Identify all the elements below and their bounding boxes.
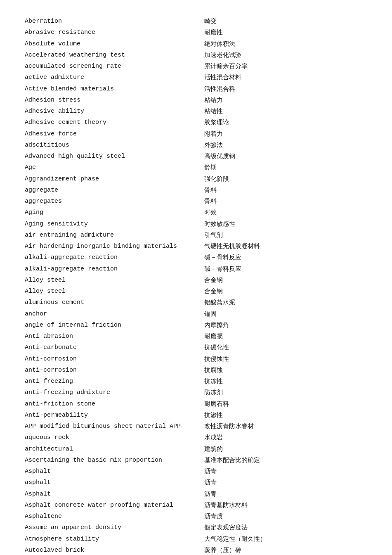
term-chinese: 胶浆理论 bbox=[196, 118, 367, 127]
term-english: Aberration bbox=[25, 17, 196, 26]
glossary-row: anti-friction stone耐磨石料 bbox=[25, 399, 367, 409]
term-english: adscititious bbox=[25, 140, 196, 150]
glossary-row: Aging sensitivity时效敏感性 bbox=[25, 219, 367, 229]
term-chinese: 大气稳定性（耐久性） bbox=[196, 534, 367, 544]
term-chinese: 沥青 bbox=[196, 489, 367, 499]
term-chinese: 建筑的 bbox=[196, 444, 367, 454]
term-english: aggregates bbox=[25, 197, 196, 206]
term-english: Autoclaved brick bbox=[25, 546, 196, 555]
term-chinese: 累计筛余百分率 bbox=[196, 62, 367, 71]
glossary-row: Adhesive force附着力 bbox=[25, 129, 367, 139]
glossary-row: Aging时效 bbox=[25, 208, 367, 217]
term-chinese: 活性混合材料 bbox=[196, 73, 367, 82]
term-chinese: 水成岩 bbox=[196, 433, 367, 442]
glossary-row: Advanced high quality steel高级优质钢 bbox=[25, 152, 367, 161]
term-chinese: 抗碳化性 bbox=[196, 343, 367, 352]
glossary-row: Age龄期 bbox=[25, 163, 367, 172]
term-english: Anti-carbonate bbox=[25, 343, 196, 352]
term-chinese: 锚固 bbox=[196, 309, 367, 319]
term-english: anti-friction stone bbox=[25, 399, 196, 409]
glossary-row: Anti-permeability抗渗性 bbox=[25, 410, 367, 420]
term-chinese: 碱－骨料反应 bbox=[196, 264, 367, 274]
term-chinese: 耐磨损 bbox=[196, 332, 367, 341]
glossary-row: aggregate骨料 bbox=[25, 185, 367, 195]
glossary-row: Absolute volume绝对体积法 bbox=[25, 39, 367, 49]
term-chinese: 抗腐蚀 bbox=[196, 365, 367, 375]
term-chinese: 粘结力 bbox=[196, 95, 367, 105]
glossary-row: Asphalt沥青 bbox=[25, 489, 367, 499]
term-english: Alloy steel bbox=[25, 275, 196, 285]
term-chinese: 抗侵蚀性 bbox=[196, 354, 367, 364]
glossary-row: Adhesive ability粘结性 bbox=[25, 107, 367, 116]
glossary-row: Autoclaved brick蒸养（压）砖 bbox=[25, 546, 367, 555]
term-chinese: 耐磨石料 bbox=[196, 399, 367, 409]
glossary-row: Aggrandizement phase强化阶段 bbox=[25, 174, 367, 184]
term-chinese: 骨料 bbox=[196, 197, 367, 206]
term-chinese: 防冻剂 bbox=[196, 388, 367, 397]
term-english: anchor bbox=[25, 309, 196, 319]
term-english: anti-corrosion bbox=[25, 365, 196, 375]
glossary-row: asphalt沥青 bbox=[25, 478, 367, 487]
term-english: Asphaltene bbox=[25, 512, 196, 521]
term-chinese: 加速老化试验 bbox=[196, 50, 367, 60]
glossary-row: Accelerated weathering test加速老化试验 bbox=[25, 50, 367, 60]
glossary-row: APP modified bituminous sheet material A… bbox=[25, 422, 367, 431]
term-english: Atmosphere stability bbox=[25, 534, 196, 544]
term-chinese: 时效 bbox=[196, 208, 367, 217]
term-english: Asphalt bbox=[25, 467, 196, 476]
term-english: Air hardening inorganic binding material… bbox=[25, 242, 196, 251]
glossary-row: Aberration畸变 bbox=[25, 17, 367, 26]
term-english: Anti-abrasion bbox=[25, 332, 196, 341]
term-chinese: 抗渗性 bbox=[196, 410, 367, 420]
term-chinese: 附着力 bbox=[196, 129, 367, 139]
glossary-row: Ascertaining the basic mix proportion基准本… bbox=[25, 455, 367, 465]
glossary-row: Assume an apparent density假定表观密度法 bbox=[25, 523, 367, 532]
glossary-row: anti-corrosion抗腐蚀 bbox=[25, 365, 367, 375]
term-english: accumulated screening rate bbox=[25, 62, 196, 71]
glossary-row: alkali-aggregate reaction碱－骨料反应 bbox=[25, 264, 367, 274]
term-english: Advanced high quality steel bbox=[25, 152, 196, 161]
term-english: aggregate bbox=[25, 185, 196, 195]
glossary-row: alkali-aggregate reaction碱－骨料反应 bbox=[25, 253, 367, 262]
term-chinese: 气硬性无机胶凝材料 bbox=[196, 242, 367, 251]
term-chinese: 时效敏感性 bbox=[196, 219, 367, 229]
term-chinese: 基准本配合比的确定 bbox=[196, 455, 367, 465]
term-english: Adhesive cement theory bbox=[25, 118, 196, 127]
term-chinese: 合金钢 bbox=[196, 287, 367, 296]
term-english: Accelerated weathering test bbox=[25, 50, 196, 60]
term-chinese: 合金钢 bbox=[196, 275, 367, 285]
glossary-row: air entraining admixture引气剂 bbox=[25, 230, 367, 240]
term-english: aqueous rock bbox=[25, 433, 196, 442]
term-english: Assume an apparent density bbox=[25, 523, 196, 532]
term-chinese: 蒸养（压）砖 bbox=[196, 546, 367, 555]
glossary-row: aluminous cement铝酸盐水泥 bbox=[25, 298, 367, 307]
term-english: Aging sensitivity bbox=[25, 219, 196, 229]
term-english: architectural bbox=[25, 444, 196, 454]
glossary-row: Alloy steel合金钢 bbox=[25, 275, 367, 285]
term-english: anti-freezing admixture bbox=[25, 388, 196, 397]
glossary-row: Asphaltene沥青质 bbox=[25, 512, 367, 521]
term-chinese: 沥青 bbox=[196, 478, 367, 487]
glossary-row: Adhesion stress粘结力 bbox=[25, 95, 367, 105]
glossary-row: anchor锚固 bbox=[25, 309, 367, 319]
glossary-row: anti-freezing admixture防冻剂 bbox=[25, 388, 367, 397]
glossary-row: Anti-corrosion抗侵蚀性 bbox=[25, 354, 367, 364]
term-english: APP modified bituminous sheet material A… bbox=[25, 422, 196, 431]
glossary-row: Air hardening inorganic binding material… bbox=[25, 242, 367, 251]
term-chinese: 活性混合料 bbox=[196, 84, 367, 94]
term-chinese: 龄期 bbox=[196, 163, 367, 172]
term-chinese: 耐磨性 bbox=[196, 28, 367, 37]
term-english: Adhesion stress bbox=[25, 95, 196, 105]
glossary-container: Aberration畸变Abrasive resistance耐磨性Absolu… bbox=[25, 17, 367, 555]
term-english: Aging bbox=[25, 208, 196, 217]
term-chinese: 改性沥青防水卷材 bbox=[196, 422, 367, 431]
glossary-row: architectural建筑的 bbox=[25, 444, 367, 454]
glossary-row: anti-freezing抗冻性 bbox=[25, 377, 367, 386]
term-english: anti-freezing bbox=[25, 377, 196, 386]
glossary-row: Active blended materials活性混合料 bbox=[25, 84, 367, 94]
term-chinese: 沥青质 bbox=[196, 512, 367, 521]
term-english: Adhesive force bbox=[25, 129, 196, 139]
term-english: Asphalt bbox=[25, 489, 196, 499]
term-english: asphalt bbox=[25, 478, 196, 487]
term-english: Aggrandizement phase bbox=[25, 174, 196, 184]
